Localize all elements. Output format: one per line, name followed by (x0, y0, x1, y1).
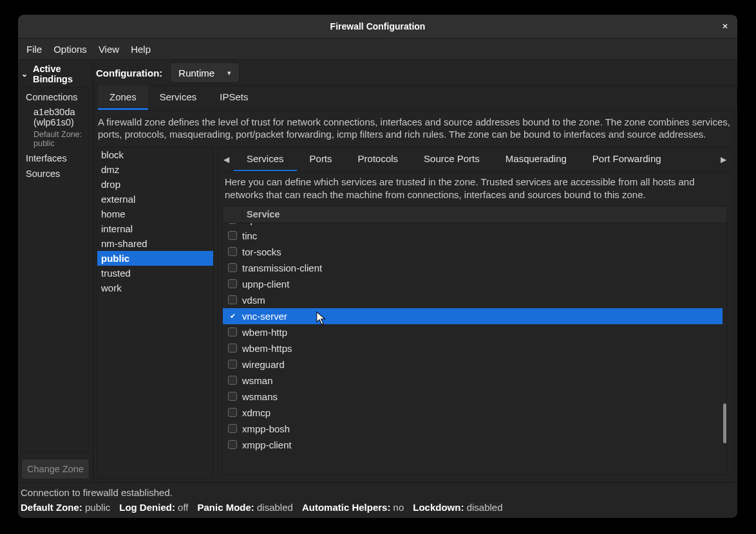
service-checkbox[interactable] (228, 344, 237, 353)
menu-help[interactable]: Help (125, 42, 156, 57)
service-row[interactable]: ✔vnc-server (223, 308, 723, 324)
zone-item-external[interactable]: external (97, 192, 213, 207)
service-name: xmpp-bosh (242, 423, 290, 434)
service-row[interactable]: xmpp-client (223, 437, 723, 453)
main: Configuration: Runtime ▾ Zones Services … (93, 60, 737, 483)
zones-panel: A firewalld zone defines the level of tr… (93, 110, 735, 483)
service-checkbox[interactable]: ✔ (228, 311, 237, 320)
service-name: vdsm (242, 295, 265, 306)
zone-item-home[interactable]: home (97, 207, 213, 221)
zone-list-pane: blockdmzdropexternalhomeinternalnm-share… (97, 147, 214, 479)
service-checkbox[interactable] (228, 408, 237, 417)
services-scrollbar[interactable] (723, 223, 726, 474)
status-log-denied-value: off (178, 502, 188, 513)
zone-item-drop[interactable]: drop (97, 177, 213, 192)
zone-item-dmz[interactable]: dmz (97, 162, 213, 177)
service-name: transmission-client (242, 262, 322, 273)
close-icon[interactable]: ✕ (718, 19, 732, 33)
chevron-down-icon: ⌄ (21, 69, 28, 78)
service-checkbox[interactable] (228, 247, 237, 256)
service-name: wsmans (242, 391, 278, 402)
subtab-port-forwarding[interactable]: Port Forwarding (580, 147, 674, 172)
service-name: wireguard (242, 359, 285, 370)
tab-zones[interactable]: Zones (98, 86, 148, 110)
subtab-masquerading[interactable]: Masquerading (493, 147, 580, 172)
service-checkbox[interactable] (228, 231, 237, 240)
config-row: Configuration: Runtime ▾ (93, 60, 737, 86)
subtab-ports[interactable]: Ports (297, 147, 345, 172)
service-name: wbem-http (242, 327, 287, 338)
service-row[interactable]: wsman (223, 373, 723, 389)
service-checkbox[interactable] (228, 263, 237, 272)
service-row[interactable]: wbem-https (223, 340, 723, 356)
status-default-zone-label: Default Zone: (21, 502, 82, 513)
col-service[interactable]: Service (242, 209, 726, 219)
services-table-body[interactable]: tftptinctor-sockstransmission-clientupnp… (223, 223, 726, 474)
service-name: wbem-https (242, 343, 292, 354)
tree-connections[interactable]: Connections (22, 89, 89, 105)
zone-item-block[interactable]: block (97, 147, 213, 162)
subtab-scroll-left[interactable]: ◀ (218, 147, 234, 172)
tab-ipsets[interactable]: IPSets (208, 86, 260, 110)
service-row[interactable]: transmission-client (223, 260, 723, 276)
service-name: wsman (242, 375, 273, 386)
service-name: xdmcp (242, 407, 270, 418)
service-name: tinc (242, 230, 257, 241)
services-table-header: Service (223, 207, 726, 223)
subtab-source-ports[interactable]: Source Ports (411, 147, 493, 172)
service-row[interactable]: tor-socks (223, 244, 723, 260)
service-checkbox[interactable] (228, 223, 237, 225)
zone-description: A firewalld zone defines the level of tr… (97, 113, 732, 147)
titlebar[interactable]: Firewall Configuration ✕ (18, 15, 737, 39)
service-row[interactable]: tinc (223, 228, 723, 244)
service-name: upnp-client (242, 279, 289, 290)
tree-sources[interactable]: Sources (22, 166, 89, 181)
scrollbar-thumb[interactable] (723, 403, 726, 443)
menu-view[interactable]: View (93, 42, 125, 57)
service-checkbox[interactable] (228, 440, 237, 449)
service-row[interactable]: xmpp-bosh (223, 421, 723, 437)
status-panic-mode-label: Panic Mode: (197, 502, 254, 513)
bindings-tree[interactable]: Connections a1eb30da (wlp61s0) Default Z… (21, 87, 90, 452)
tab-services[interactable]: Services (148, 86, 209, 110)
subtab-protocols[interactable]: Protocols (345, 147, 411, 172)
menu-file[interactable]: File (21, 42, 48, 57)
service-checkbox[interactable] (228, 360, 237, 369)
service-checkbox[interactable] (228, 376, 237, 385)
zone-list[interactable]: blockdmzdropexternalhomeinternalnm-share… (97, 147, 214, 479)
zone-detail-pane: ◀ Services Ports Protocols Source Ports … (218, 147, 732, 479)
zone-item-internal[interactable]: internal (97, 221, 213, 236)
menu-options[interactable]: Options (48, 42, 93, 57)
main-tabs: Zones Services IPSets (93, 86, 737, 110)
service-row[interactable]: tftp (223, 223, 723, 228)
body: ⌄ Active Bindings Connections a1eb30da (… (18, 60, 737, 483)
zone-subtabs: ◀ Services Ports Protocols Source Ports … (218, 147, 731, 172)
status-line: Default Zone: public Log Denied: off Pan… (21, 502, 735, 513)
chevron-down-icon: ▾ (227, 69, 231, 77)
service-row[interactable]: upnp-client (223, 276, 723, 292)
service-row[interactable]: wsmans (223, 389, 723, 405)
sidebar-toggle[interactable]: ⌄ Active Bindings (21, 63, 90, 85)
service-name: tftp (242, 223, 256, 225)
zone-item-public[interactable]: public (97, 251, 213, 266)
status-default-zone-value: public (85, 502, 110, 513)
zone-item-nm-shared[interactable]: nm-shared (97, 236, 213, 251)
change-zone-button[interactable]: Change Zone (21, 459, 90, 479)
tree-interfaces[interactable]: Interfaces (22, 151, 89, 166)
service-checkbox[interactable] (228, 392, 237, 401)
zone-item-work[interactable]: work (97, 281, 213, 295)
subtab-scroll-right[interactable]: ▶ (715, 147, 731, 172)
service-checkbox[interactable] (228, 327, 237, 336)
service-row[interactable]: wireguard (223, 356, 723, 373)
service-row[interactable]: wbem-http (223, 324, 723, 340)
subtab-services[interactable]: Services (234, 147, 297, 172)
service-checkbox[interactable] (228, 295, 237, 304)
config-select[interactable]: Runtime ▾ (170, 62, 240, 83)
zone-item-trusted[interactable]: trusted (97, 266, 213, 281)
service-checkbox[interactable] (228, 424, 237, 433)
service-row[interactable]: xdmcp (223, 405, 723, 421)
status-lockdown-value: disabled (467, 502, 503, 513)
service-checkbox[interactable] (228, 279, 237, 288)
service-row[interactable]: vdsm (223, 292, 723, 308)
tree-connection-item[interactable]: a1eb30da (wlp61s0) (22, 105, 89, 129)
